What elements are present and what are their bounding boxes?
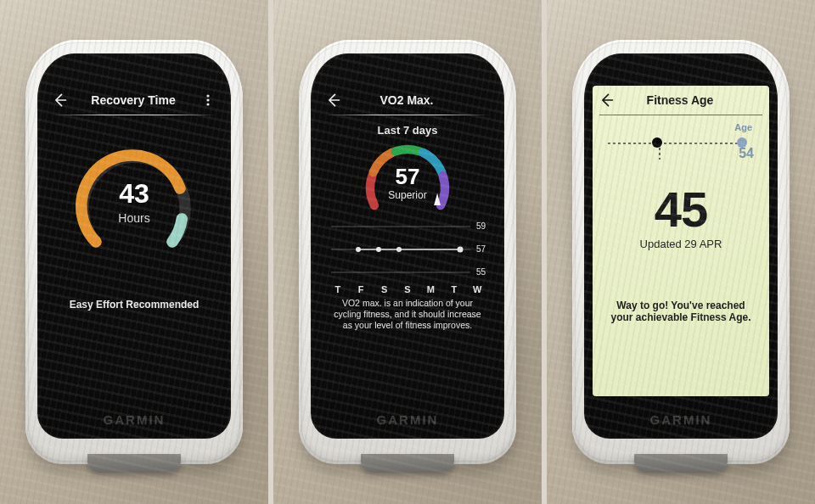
- screen-recovery[interactable]: Recovery Time: [46, 86, 222, 396]
- vo2-label: Superior: [352, 189, 463, 201]
- day-label: S: [397, 284, 418, 294]
- more-icon[interactable]: [199, 93, 217, 107]
- fitness-footer: Way to go! You've reached your achievabl…: [603, 300, 759, 323]
- mount-tab: [361, 454, 454, 473]
- vo2-subheading: Last 7 days: [378, 124, 438, 137]
- device-shell: Fitness Age Age 54: [572, 40, 790, 464]
- recovery-value: 43: [119, 178, 149, 210]
- brand-label: GARMIN: [37, 412, 231, 427]
- svg-point-11: [458, 247, 464, 253]
- day-label: T: [444, 284, 464, 294]
- device-bezel: Recovery Time: [37, 53, 231, 439]
- screen-header: Recovery Time: [46, 86, 222, 115]
- day-label: M: [421, 284, 441, 294]
- vo2-trend-chart: 59 57 55: [328, 216, 487, 283]
- fitness-body: Age 54 45 Updated 29 APR Way to go! You'…: [593, 115, 769, 323]
- back-arrow-icon[interactable]: [324, 92, 341, 109]
- svg-point-8: [356, 247, 361, 252]
- header-title: Fitness Age: [615, 93, 745, 107]
- device-shell: Recovery Time: [25, 40, 243, 464]
- fitness-updated-label: Updated 29 APR: [603, 238, 759, 250]
- slider-current-knob: [652, 137, 662, 148]
- fitness-age-value: 45: [603, 185, 759, 234]
- day-label: F: [351, 284, 371, 294]
- age-label: Age: [734, 122, 752, 132]
- vo2-value: 57: [352, 165, 463, 188]
- mount-tab: [87, 454, 181, 473]
- vo2-center: 57 Superior: [352, 165, 463, 201]
- screen-header: VO2 Max.: [319, 86, 496, 115]
- actual-age-value: 54: [739, 146, 754, 161]
- device-bezel: Fitness Age Age 54: [584, 53, 778, 439]
- device-bezel: VO2 Max. Last 7 days: [311, 53, 504, 439]
- header-title: VO2 Max.: [341, 93, 472, 107]
- ytick-59: 59: [476, 221, 486, 231]
- vo2-day-axis: T F S S M T W: [326, 284, 489, 294]
- day-label: T: [328, 284, 348, 294]
- recovery-unit: Hours: [118, 211, 149, 225]
- svg-point-0: [206, 94, 209, 97]
- screen-fitness-age[interactable]: Fitness Age Age 54: [593, 86, 769, 396]
- fitness-value-block: 45 Updated 29 APR: [603, 185, 759, 250]
- ytick-55: 55: [476, 267, 486, 277]
- device-shell: VO2 Max. Last 7 days: [299, 40, 516, 464]
- day-label: S: [374, 284, 395, 294]
- back-arrow-icon[interactable]: [598, 92, 615, 109]
- mount-tab: [634, 454, 728, 473]
- ytick-57: 57: [476, 244, 486, 254]
- svg-point-10: [396, 247, 402, 252]
- vo2-description: VO2 max. is an indication of your cyclin…: [328, 294, 487, 331]
- svg-point-1: [206, 98, 209, 101]
- screen-vo2[interactable]: VO2 Max. Last 7 days: [319, 86, 496, 396]
- recovery-body: 43 Hours Easy Effort Recommended: [46, 115, 222, 311]
- back-arrow-icon[interactable]: [51, 92, 68, 109]
- brand-label: GARMIN: [584, 412, 778, 427]
- triptych-container: Recovery Time: [0, 0, 815, 504]
- slider-axis: [608, 143, 742, 144]
- panel-fitness-age: Fitness Age Age 54: [547, 0, 815, 504]
- svg-point-9: [376, 247, 381, 252]
- vo2-gauge: 57 Superior: [352, 137, 463, 215]
- recovery-gauge: 43 Hours: [70, 137, 198, 265]
- recovery-footer: Easy Effort Recommended: [70, 299, 200, 311]
- panel-recovery: Recovery Time: [0, 0, 268, 504]
- panel-vo2: VO2 Max. Last 7 days: [273, 0, 542, 504]
- screen-header: Fitness Age: [593, 86, 769, 115]
- day-label: W: [467, 284, 487, 294]
- vo2-body: Last 7 days: [319, 115, 496, 331]
- gauge-center: 43 Hours: [70, 137, 198, 265]
- header-title: Recovery Time: [68, 93, 199, 107]
- brand-label: GARMIN: [311, 412, 504, 427]
- svg-point-2: [206, 103, 209, 105]
- age-slider: Age 54: [603, 127, 759, 161]
